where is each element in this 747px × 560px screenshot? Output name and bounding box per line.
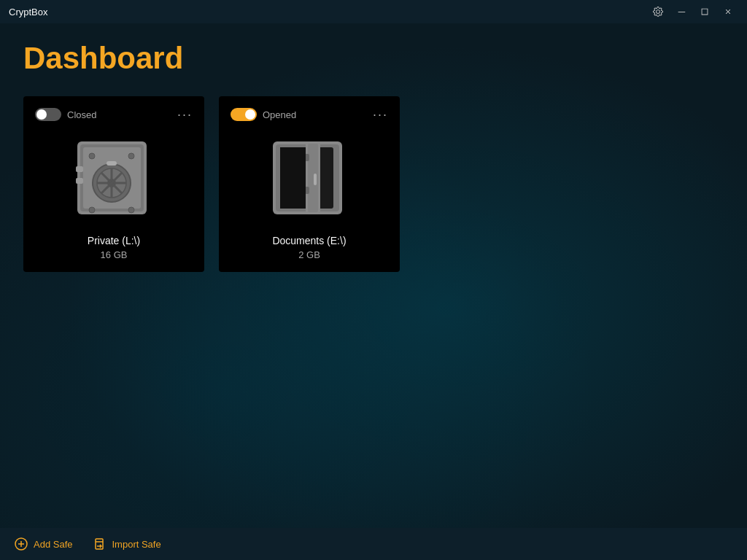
safe-status-private: Closed: [35, 108, 96, 121]
title-bar: CryptBox: [0, 0, 747, 23]
page-title: Dashboard: [23, 41, 724, 76]
svg-rect-4: [76, 178, 83, 184]
toggle-documents[interactable]: [231, 108, 257, 121]
add-safe-label: Add Safe: [34, 539, 73, 550]
close-button[interactable]: [718, 1, 738, 22]
safe-card-documents[interactable]: Opened ···: [219, 96, 400, 272]
svg-point-12: [89, 153, 95, 159]
svg-rect-3: [76, 166, 83, 172]
more-button-documents[interactable]: ···: [373, 108, 388, 121]
safe-icon-documents: [266, 136, 353, 223]
settings-button[interactable]: [648, 1, 668, 22]
safe-size-documents: 2 GB: [298, 249, 320, 260]
title-bar-left: CryptBox: [9, 7, 47, 18]
safe-size-private: 16 GB: [101, 249, 128, 260]
safe-card-private[interactable]: Closed ···: [23, 96, 204, 272]
safe-name-documents: Documents (E:\): [272, 235, 346, 246]
status-label-private: Closed: [67, 109, 96, 120]
svg-rect-25: [280, 147, 306, 209]
svg-rect-16: [107, 161, 117, 166]
title-bar-controls: [648, 1, 738, 22]
add-safe-button[interactable]: Add Safe: [15, 537, 73, 551]
minimize-button[interactable]: [671, 1, 692, 22]
app-title: CryptBox: [9, 7, 47, 18]
svg-rect-24: [314, 174, 317, 185]
safe-card-header-documents: Opened ···: [231, 108, 388, 121]
toggle-private[interactable]: [35, 108, 61, 121]
import-safe-button[interactable]: Import Safe: [93, 537, 161, 551]
svg-point-15: [128, 207, 134, 213]
svg-point-14: [89, 207, 95, 213]
safe-icon-private: [70, 136, 158, 223]
safes-container: Closed ···: [23, 96, 724, 272]
safe-status-documents: Opened: [231, 108, 296, 121]
maximize-button[interactable]: [694, 1, 715, 22]
bottom-bar: Add Safe Import Safe: [0, 528, 747, 560]
import-safe-label: Import Safe: [112, 539, 161, 550]
svg-point-13: [128, 153, 134, 159]
main-content: Dashboard Closed ···: [0, 23, 747, 289]
safe-name-private: Private (L:\): [88, 235, 140, 246]
status-label-documents: Opened: [263, 109, 296, 120]
safe-card-header-private: Closed ···: [35, 108, 193, 121]
more-button-private[interactable]: ···: [177, 108, 193, 121]
svg-rect-29: [96, 539, 103, 549]
